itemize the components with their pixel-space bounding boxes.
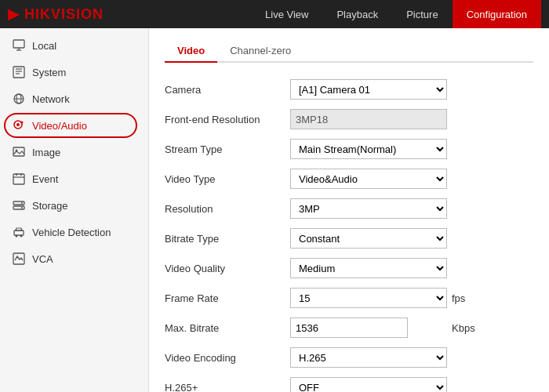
select-video-quality[interactable]: Medium [290, 258, 447, 278]
sidebar-item-image[interactable]: Image [0, 139, 148, 165]
form-label: Video Encoding [165, 352, 290, 364]
select-resolution[interactable]: 3MP [290, 198, 447, 219]
sidebar-label: Storage [32, 200, 68, 212]
form-label: Camera [165, 84, 290, 96]
form-row-frame-rate: Frame Rate15fps [165, 287, 533, 309]
form-row-video-quality: Video QualityMedium [165, 257, 533, 279]
nav-bar: Live ViewPlaybackPictureConfiguration [251, 0, 541, 28]
form-row-bitrate-type: Bitrate TypeConstant [165, 227, 533, 249]
form-row-max--bitrate: Max. BitrateKbps [165, 317, 533, 339]
sidebar-item-event[interactable]: Event [0, 165, 148, 192]
unit-label: Kbps [452, 322, 475, 334]
event-icon [12, 172, 26, 186]
form-row-front-end-resolution: Front-end Resolution3MP18 [165, 108, 533, 130]
select-video-encoding[interactable]: H.265 [290, 347, 447, 368]
form-label: Stream Type [165, 143, 290, 155]
select-bitrate-type[interactable]: Constant [290, 228, 447, 249]
nav-item-configuration[interactable]: Configuration [453, 0, 541, 28]
input-max--bitrate[interactable] [290, 318, 408, 338]
sidebar-item-vca[interactable]: VCA [0, 245, 148, 272]
select-video-type[interactable]: Video&Audio [290, 169, 447, 189]
form-label: Max. Bitrate [165, 322, 290, 334]
form-label: Bitrate Type [165, 233, 290, 245]
select-camera[interactable]: [A1] Camera 01 [290, 79, 447, 100]
svg-point-22 [21, 207, 23, 209]
form-row-video-encoding: Video EncodingH.265 [165, 347, 533, 368]
vehicle-icon [12, 225, 26, 239]
sidebar-label: VCA [32, 253, 53, 265]
form-label: Frame Rate [165, 292, 290, 304]
nav-item-playback[interactable]: Playback [322, 0, 392, 28]
readonly-value: 3MP18 [290, 109, 447, 129]
svg-rect-0 [13, 40, 24, 48]
sidebar: LocalSystemNetworkVideo/AudioImageEventS… [0, 28, 149, 392]
video-icon [12, 118, 26, 132]
logo-text: HIKVISION [24, 6, 104, 22]
image-icon [12, 145, 26, 159]
form-label: Front-end Resolution [165, 114, 290, 125]
sidebar-item-local[interactable]: Local [0, 32, 148, 59]
svg-point-26 [20, 235, 23, 238]
vca-icon [12, 252, 26, 266]
logo: ▶ HIKVISION [8, 5, 104, 23]
sidebar-item-storage[interactable]: Storage [0, 192, 148, 219]
sidebar-item-network[interactable]: Network [0, 85, 148, 112]
unit-label: fps [452, 292, 465, 304]
svg-point-12 [21, 122, 24, 124]
form-row-resolution: Resolution3MP [165, 198, 533, 220]
form-row-h-265-: H.265+OFF [165, 376, 533, 392]
form-label: Video Quality [165, 263, 290, 274]
sidebar-label: Image [32, 147, 60, 158]
sidebar-label: System [32, 67, 66, 78]
select-frame-rate[interactable]: 15 [290, 288, 447, 308]
storage-icon [12, 198, 26, 212]
sidebar-label: Local [32, 40, 56, 52]
form-label: Video Type [165, 173, 290, 185]
logo-icon: ▶ [8, 6, 20, 22]
content-area: VideoChannel-zero Camera[A1] Camera 01Fr… [149, 28, 549, 392]
svg-rect-15 [13, 174, 24, 184]
svg-marker-24 [16, 228, 22, 230]
sidebar-item-vehicle-detection[interactable]: Vehicle Detection [0, 219, 148, 245]
sidebar-item-system[interactable]: System [0, 59, 148, 85]
sidebar-item-video-audio[interactable]: Video/Audio [0, 112, 148, 139]
form: Camera[A1] Camera 01Front-end Resolution… [165, 78, 533, 392]
select-h-265-[interactable]: OFF [290, 377, 447, 392]
nav-item-picture[interactable]: Picture [392, 0, 452, 28]
top-nav: ▶ HIKVISION Live ViewPlaybackPictureConf… [0, 0, 549, 28]
tab-channelzero[interactable]: Channel-zero [217, 40, 304, 63]
sidebar-label: Vehicle Detection [32, 227, 111, 238]
form-row-camera: Camera[A1] Camera 01 [165, 78, 533, 100]
svg-rect-3 [13, 67, 24, 78]
svg-point-25 [16, 235, 18, 238]
tab-bar: VideoChannel-zero [165, 40, 533, 63]
network-icon [12, 92, 26, 106]
form-label: H.265+ [165, 382, 290, 393]
nav-item-live-view[interactable]: Live View [251, 0, 322, 28]
system-icon [12, 65, 26, 79]
form-row-video-type: Video TypeVideo&Audio [165, 168, 533, 190]
sidebar-label: Event [32, 173, 58, 185]
svg-point-21 [21, 202, 23, 204]
svg-rect-23 [14, 230, 24, 235]
form-row-stream-type: Stream TypeMain Stream(Normal) [165, 138, 533, 160]
main-layout: LocalSystemNetworkVideo/AudioImageEventS… [0, 28, 549, 392]
sidebar-label: Video/Audio [32, 120, 87, 132]
select-stream-type[interactable]: Main Stream(Normal) [290, 139, 447, 159]
sidebar-label: Network [32, 93, 70, 105]
monitor-icon [12, 38, 26, 53]
tab-video[interactable]: Video [165, 40, 217, 63]
svg-point-11 [16, 123, 20, 126]
form-label: Resolution [165, 203, 290, 215]
